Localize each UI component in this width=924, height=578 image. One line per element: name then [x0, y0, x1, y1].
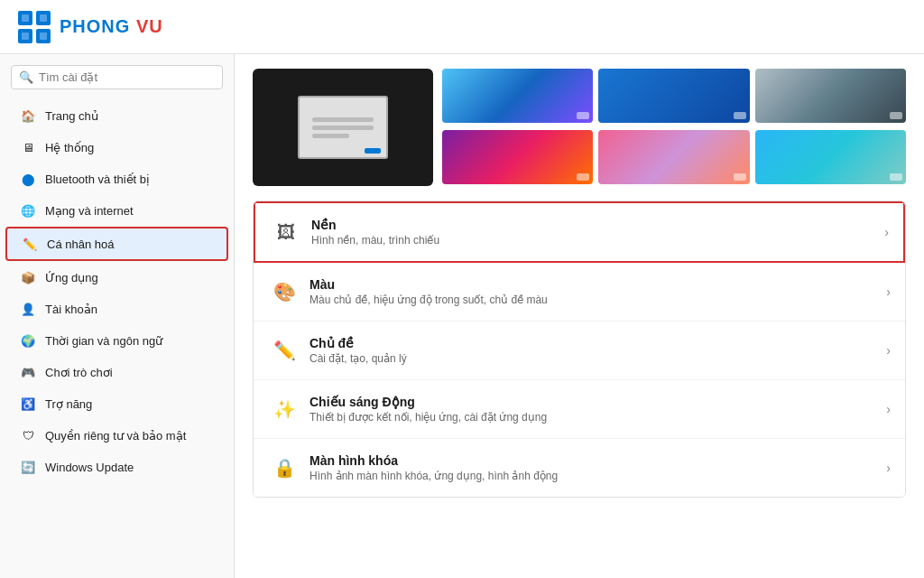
svg-rect-4 — [22, 14, 29, 22]
main-layout: 🔍 🏠 Trang chủ 🖥 Hệ thống ⬤ Bluetooth và … — [0, 54, 924, 578]
wallpaper-thumb-4[interactable] — [442, 130, 593, 184]
thumb-indicator-5 — [734, 173, 746, 181]
apps-icon: 📦 — [20, 269, 36, 285]
chu-de-chevron: › — [886, 343, 891, 358]
man-hinh-khoa-title: Màn hình khóa — [310, 453, 886, 468]
nav-item-tai-khoan[interactable]: 👤 Tài khoản — [5, 294, 228, 324]
sidebar: 🔍 🏠 Trang chủ 🖥 Hệ thống ⬤ Bluetooth và … — [0, 54, 235, 578]
search-box[interactable]: 🔍 — [11, 65, 223, 89]
gaming-icon: 🎮 — [20, 364, 36, 380]
nav-item-tro-nang[interactable]: ♿ Trợ năng — [5, 388, 228, 419]
content-area: 🖼 Nền Hình nền, màu, trình chiếu › 🎨 Màu… — [235, 54, 924, 578]
mau-chevron: › — [886, 284, 891, 299]
wallpaper-thumb-6[interactable] — [755, 130, 906, 184]
nav-item-quyen-rieng-tu[interactable]: 🛡 Quyền riêng tư và bảo mật — [5, 420, 228, 451]
mau-desc: Màu chủ đề, hiệu ứng độ trong suốt, chủ … — [310, 294, 886, 306]
search-input[interactable] — [39, 70, 215, 84]
update-icon: 🔄 — [20, 459, 36, 475]
accessibility-icon: ♿ — [20, 396, 36, 412]
chu-de-text: Chủ đề Cài đặt, tạo, quản lý — [310, 336, 886, 365]
nav-item-trang-chu[interactable]: 🏠 Trang chủ — [5, 100, 228, 131]
man-hinh-khoa-desc: Hình ảnh màn hình khóa, ứng dụng, hình ả… — [310, 470, 886, 482]
chieu-sang-icon: ✨ — [268, 393, 300, 425]
nen-title: Nền — [311, 218, 884, 232]
nen-text: Nền Hình nền, màu, trình chiếu — [311, 218, 884, 247]
logo: PHONG VU — [18, 11, 163, 43]
nav-item-choi-tro-choi[interactable]: 🎮 Chơi trò chơi — [5, 357, 228, 387]
account-icon: 👤 — [20, 301, 36, 317]
logo-icon — [18, 11, 51, 43]
wallpaper-thumb-3[interactable] — [755, 69, 906, 123]
man-hinh-khoa-text: Màn hình khóa Hình ảnh màn hình khóa, ứn… — [310, 453, 886, 482]
nav-item-ung-dung[interactable]: 📦 Ứng dụng — [5, 262, 228, 293]
nav-item-thoi-gian[interactable]: 🌍 Thời gian và ngôn ngữ — [5, 325, 228, 356]
monitor-icon: 🖥 — [20, 139, 36, 155]
settings-item-chieu-sang[interactable]: ✨ Chiếu sáng Động Thiết bị được kết nối,… — [254, 380, 905, 439]
wallpaper-thumb-1[interactable] — [442, 69, 593, 123]
svg-rect-7 — [40, 33, 47, 40]
chu-de-title: Chủ đề — [310, 336, 886, 350]
personalization-icon: ✏️ — [22, 236, 38, 252]
settings-list: 🖼 Nền Hình nền, màu, trình chiếu › 🎨 Màu… — [253, 200, 906, 498]
nav-item-bluetooth[interactable]: ⬤ Bluetooth và thiết bị — [5, 163, 228, 194]
monitor-line-3 — [312, 134, 348, 138]
main-preview — [253, 69, 433, 186]
settings-item-nen[interactable]: 🖼 Nền Hình nền, màu, trình chiếu › — [254, 201, 905, 263]
bluetooth-icon: ⬤ — [20, 171, 36, 187]
svg-rect-5 — [40, 14, 47, 22]
monitor-button — [365, 148, 381, 154]
man-hinh-khoa-chevron: › — [886, 461, 891, 475]
time-icon: 🌍 — [20, 332, 36, 349]
svg-rect-6 — [22, 33, 29, 40]
home-icon: 🏠 — [20, 107, 36, 124]
monitor-preview — [298, 96, 388, 159]
privacy-icon: 🛡 — [20, 427, 36, 443]
wallpaper-preview-section — [253, 69, 906, 186]
nen-desc: Hình nền, màu, trình chiếu — [311, 234, 884, 247]
header: PHONG VU — [0, 0, 924, 54]
monitor-line-1 — [312, 117, 373, 122]
logo-text: PHONG VU — [60, 16, 163, 37]
settings-item-chu-de[interactable]: ✏️ Chủ đề Cài đặt, tạo, quản lý › — [254, 322, 905, 380]
monitor-lines — [312, 117, 373, 138]
man-hinh-khoa-icon: 🔒 — [268, 452, 300, 484]
thumb-indicator-1 — [577, 112, 589, 119]
chieu-sang-desc: Thiết bị được kết nối, hiệu ứng, cài đặt… — [310, 411, 886, 424]
chieu-sang-title: Chiếu sáng Động — [310, 395, 886, 409]
wallpaper-thumb-2[interactable] — [598, 69, 749, 123]
monitor-line-2 — [312, 126, 373, 130]
nen-icon: 🖼 — [270, 216, 302, 248]
nav-item-mang[interactable]: 🌐 Mạng và internet — [5, 195, 228, 226]
thumb-indicator-2 — [734, 112, 746, 119]
settings-item-man-hinh-khoa[interactable]: 🔒 Màn hình khóa Hình ảnh màn hình khóa, … — [254, 439, 905, 497]
settings-item-mau[interactable]: 🎨 Màu Màu chủ đề, hiệu ứng độ trong suốt… — [254, 263, 905, 322]
chieu-sang-text: Chiếu sáng Động Thiết bị được kết nối, h… — [310, 395, 886, 424]
nav-item-windows-update[interactable]: 🔄 Windows Update — [5, 452, 228, 482]
search-icon: 🔍 — [19, 70, 33, 84]
network-icon: 🌐 — [20, 202, 36, 219]
thumb-indicator-4 — [577, 173, 589, 181]
mau-text: Màu Màu chủ đề, hiệu ứng độ trong suốt, … — [310, 277, 886, 306]
nav-item-he-thong[interactable]: 🖥 Hệ thống — [5, 132, 228, 163]
thumb-indicator-6 — [890, 173, 902, 181]
chu-de-desc: Cài đặt, tạo, quản lý — [310, 352, 886, 365]
nen-chevron: › — [884, 225, 889, 239]
mau-title: Màu — [310, 277, 886, 292]
thumb-indicator-3 — [890, 112, 902, 119]
nav-item-ca-nhan-hoa[interactable]: ✏️ Cá nhân hoá — [5, 227, 228, 261]
chieu-sang-chevron: › — [886, 402, 891, 416]
chu-de-icon: ✏️ — [268, 334, 300, 367]
mau-icon: 🎨 — [268, 275, 300, 308]
wallpaper-thumb-5[interactable] — [598, 130, 749, 184]
wallpaper-thumbnails — [442, 69, 906, 186]
